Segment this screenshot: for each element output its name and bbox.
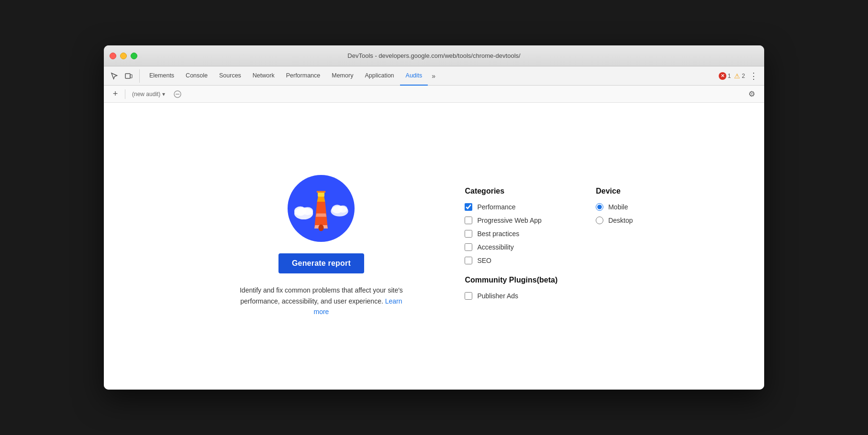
community-title: Community Plugins(beta) xyxy=(465,276,557,284)
cursor-icon-button[interactable] xyxy=(108,69,121,83)
tab-console[interactable]: Console xyxy=(180,66,213,86)
audit-clear-button[interactable] xyxy=(172,88,183,100)
performance-checkbox[interactable] xyxy=(465,203,472,211)
device-toggle-button[interactable] xyxy=(122,69,135,83)
svg-rect-14 xyxy=(317,191,325,193)
close-button[interactable] xyxy=(110,53,116,59)
categories-title: Categories xyxy=(465,187,557,196)
tab-sources[interactable]: Sources xyxy=(213,66,247,86)
svg-marker-16 xyxy=(316,214,326,217)
audit-dropdown[interactable]: (new audit) ▾ xyxy=(129,90,168,98)
audit-right-panel: Categories Performance Progressive Web A… xyxy=(465,187,633,305)
tab-network[interactable]: Network xyxy=(247,66,280,86)
accessibility-checkbox[interactable] xyxy=(465,243,472,251)
pwa-label: Progressive Web App xyxy=(477,217,541,224)
seo-label: SEO xyxy=(477,257,491,264)
performance-label: Performance xyxy=(477,203,515,211)
error-icon: ✕ xyxy=(719,72,726,80)
maximize-button[interactable] xyxy=(131,53,137,59)
chevron-down-icon: ▾ xyxy=(162,91,165,98)
seo-checkbox[interactable] xyxy=(465,257,472,264)
desktop-label: Desktop xyxy=(608,217,633,224)
best-practices-checkbox[interactable] xyxy=(465,230,472,238)
warning-count: 2 xyxy=(742,73,745,79)
nav-tabs: Elements Console Sources Network Perform… xyxy=(144,66,719,85)
accessibility-label: Accessibility xyxy=(477,243,513,251)
tab-performance[interactable]: Performance xyxy=(280,66,326,86)
device-desktop[interactable]: Desktop xyxy=(596,217,633,224)
category-pwa[interactable]: Progressive Web App xyxy=(465,217,557,224)
device-title: Device xyxy=(596,187,633,196)
audit-bar: + (new audit) ▾ ⚙ xyxy=(104,86,764,103)
categories-section: Categories Performance Progressive Web A… xyxy=(465,187,557,305)
audit-settings-button[interactable]: ⚙ xyxy=(745,87,758,101)
tab-application[interactable]: Application xyxy=(359,66,400,86)
traffic-lights xyxy=(110,53,137,59)
publisher-ads-label: Publisher Ads xyxy=(477,292,518,300)
more-tabs-button[interactable]: » xyxy=(428,66,439,86)
devtools-window: DevTools - developers.google.com/web/too… xyxy=(104,45,764,390)
main-content: Generate report Identify and fix common … xyxy=(104,103,764,390)
tab-elements[interactable]: Elements xyxy=(144,66,180,86)
device-section: Device Mobile Desktop xyxy=(596,187,633,305)
publisher-ads-checkbox[interactable] xyxy=(465,292,472,300)
device-mobile[interactable]: Mobile xyxy=(596,203,633,211)
audit-separator xyxy=(125,89,125,99)
toolbar-icons xyxy=(108,69,140,83)
generate-report-button[interactable]: Generate report xyxy=(278,253,364,273)
toolbar-right: ✕ 1 ⚠ 2 ⋮ xyxy=(719,69,760,83)
tab-memory[interactable]: Memory xyxy=(326,66,359,86)
warning-icon: ⚠ xyxy=(734,72,740,80)
mobile-radio[interactable] xyxy=(596,203,603,211)
tab-audits[interactable]: Audits xyxy=(400,66,428,86)
devtools-toolbar: Elements Console Sources Network Perform… xyxy=(104,66,764,86)
audit-panel: Generate report Identify and fix common … xyxy=(235,175,633,317)
desktop-radio[interactable] xyxy=(596,217,603,224)
lighthouse-logo xyxy=(288,175,355,242)
device-icon xyxy=(125,72,133,80)
clear-icon xyxy=(174,90,181,98)
error-badge: ✕ 1 ⚠ 2 xyxy=(719,72,745,80)
svg-point-7 xyxy=(302,207,313,216)
mobile-label: Mobile xyxy=(608,203,628,211)
community-publisher-ads[interactable]: Publisher Ads xyxy=(465,292,557,300)
audit-left-panel: Generate report Identify and fix common … xyxy=(235,175,407,317)
pwa-checkbox[interactable] xyxy=(465,217,472,224)
category-best-practices[interactable]: Best practices xyxy=(465,230,557,238)
audit-dropdown-label: (new audit) xyxy=(132,91,160,98)
community-section: Community Plugins(beta) Publisher Ads xyxy=(465,276,557,300)
category-accessibility[interactable]: Accessibility xyxy=(465,243,557,251)
devtools-menu-button[interactable]: ⋮ xyxy=(747,69,760,83)
svg-rect-0 xyxy=(125,74,130,78)
minimize-button[interactable] xyxy=(120,53,127,59)
title-bar: DevTools - developers.google.com/web/too… xyxy=(104,45,764,66)
cursor-icon xyxy=(111,72,118,80)
add-audit-button[interactable]: + xyxy=(110,88,121,100)
svg-point-10 xyxy=(338,206,348,213)
audit-description: Identify and fix common problems that af… xyxy=(235,285,407,317)
category-seo[interactable]: SEO xyxy=(465,257,557,264)
category-performance[interactable]: Performance xyxy=(465,203,557,211)
svg-point-17 xyxy=(319,225,324,231)
best-practices-label: Best practices xyxy=(477,230,519,238)
window-title: DevTools - developers.google.com/web/too… xyxy=(347,52,520,59)
error-count: 1 xyxy=(728,73,731,79)
